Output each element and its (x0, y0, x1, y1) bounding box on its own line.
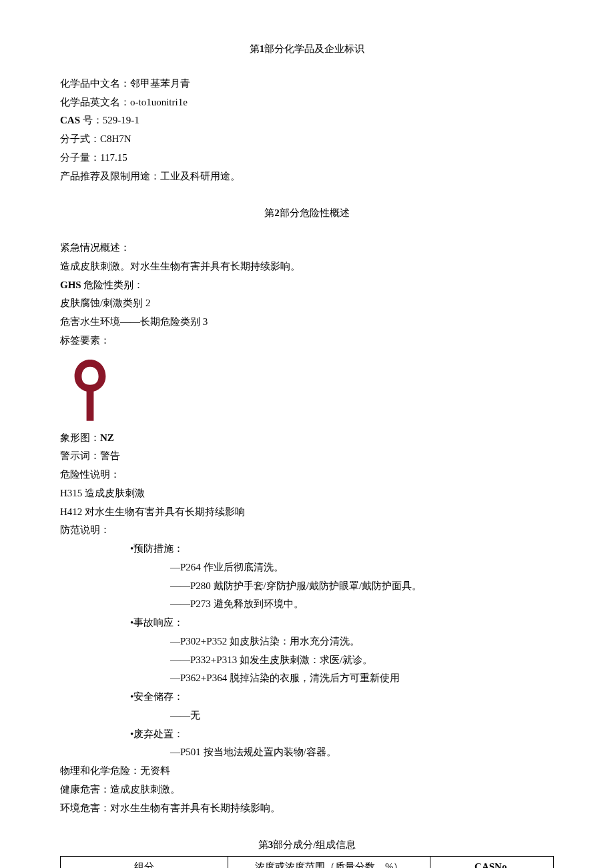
cn-name-label: 化学品中文名： (60, 78, 130, 89)
en-name-label: 化学品英文名： (60, 97, 130, 107)
response-item: ——P332+P313 如发生皮肤刺激：求医/就诊。 (60, 651, 554, 670)
cn-name-row: 化学品中文名：邻甲基苯月青 (60, 75, 554, 93)
ghs-pictogram-icon (60, 353, 120, 426)
prevention-title: •预防措施： (60, 540, 554, 558)
pictogram-value: NZ (100, 432, 114, 443)
hazard-label: 危险性说明： (60, 466, 554, 484)
health-row: 健康危害：造成皮肤刺激。 (60, 781, 554, 799)
signal-value: 警告 (100, 450, 120, 461)
cas-label-bold: CAS (60, 115, 80, 125)
section2-title: 第2部分危险性概述 (60, 204, 554, 223)
section3-title: 第3部分成分/组成信息 (60, 836, 554, 855)
col-cas: CASNo. (430, 857, 554, 869)
response-item: —P302+P352 如皮肤沾染：用水充分清洗。 (60, 632, 554, 651)
prevention-item: ——P273 避免释放到环境中。 (60, 595, 554, 614)
col-component: 组分 (61, 857, 228, 869)
label-elements: 标签要素： (60, 332, 554, 350)
formula-value: C8H7N (100, 133, 131, 144)
section1-title: 第1部分化学品及企业标识 (60, 40, 554, 59)
mw-value: 117.15 (100, 152, 127, 163)
use-row: 产品推荐及限制用途：工业及科研用途。 (60, 167, 554, 186)
prevention-item: —P264 作业后彻底清洗。 (60, 558, 554, 577)
cas-row: CAS 号：529-19-1 (60, 111, 554, 130)
disposal-title: •废弃处置： (60, 725, 554, 744)
table-header-row: 组分 浓度或浓度范围（质量分数，%） CASNo. (61, 857, 554, 869)
phys-row: 物理和化学危险：无资料 (60, 762, 554, 781)
storage-title: •安全储存： (60, 688, 554, 707)
use-value: 工业及科研用途。 (160, 171, 240, 181)
signal-label: 警示词： (60, 450, 100, 461)
use-label: 产品推荐及限制用途： (60, 171, 160, 181)
h412-row: H412 对水生生物有害并具有长期持续影响 (60, 503, 554, 522)
signal-row: 警示词：警告 (60, 447, 554, 466)
response-item: —P362+P364 脱掉沾染的衣服，清洗后方可重新使用 (60, 669, 554, 688)
composition-table: 组分 浓度或浓度范围（质量分数，%） CASNo. (60, 856, 554, 868)
cas-label-rest: 号： (83, 115, 103, 125)
mw-row: 分子量：117.15 (60, 149, 554, 167)
precaution-label: 防范说明： (60, 521, 554, 540)
disposal-item: —P501 按当地法规处置内装物/容器。 (60, 743, 554, 762)
en-name-row: 化学品英文名：o-to1uonitri1e (60, 93, 554, 112)
response-title: •事故响应： (60, 614, 554, 632)
ghs-label: GHS 危险性类别： (60, 276, 554, 295)
ghs-cat2: 危害水生环境——长期危险类别 3 (60, 313, 554, 332)
mw-label: 分子量： (60, 152, 100, 163)
en-name-value: o-to1uonitri1e (130, 97, 188, 107)
formula-row: 分子式：C8H7N (60, 130, 554, 149)
pictogram-label: 象形图： (60, 432, 100, 443)
cas-value: 529-19-1 (103, 115, 139, 125)
col-concentration: 浓度或浓度范围（质量分数，%） (228, 857, 430, 869)
ghs-cat1: 皮肤腐蚀/刺激类别 2 (60, 294, 554, 313)
formula-label: 分子式： (60, 133, 100, 144)
env-row: 环境危害：对水生生物有害并具有长期持续影响。 (60, 799, 554, 818)
emergency-label: 紧急情况概述： (60, 239, 554, 258)
pictogram-row: 象形图：NZ (60, 429, 554, 448)
storage-item: ——无 (60, 707, 554, 725)
h315-row: H315 造成皮肤刺激 (60, 484, 554, 503)
cn-name-value: 邻甲基苯月青 (130, 78, 190, 89)
prevention-item: ——P280 戴防护手套/穿防护服/戴防护眼罩/戴防护面具。 (60, 577, 554, 596)
emergency-text: 造成皮肤刺激。对水生生物有害并具有长期持续影响。 (60, 258, 554, 276)
